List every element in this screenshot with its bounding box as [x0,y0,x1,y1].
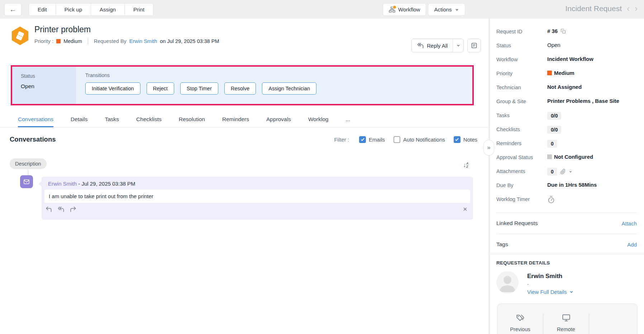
workflow-icon [389,6,395,13]
tab-more[interactable]: ... [345,111,350,127]
pickup-button[interactable]: Pick up [56,4,91,15]
requested-by-label: Requested By [94,38,127,44]
top-toolbar: ← Edit Pick up Assign Print Workflow Act… [0,0,644,19]
filter-auto-notifications[interactable]: Auto Notifications [393,136,445,143]
auto-notifications-checkbox[interactable] [393,136,400,143]
email-icon[interactable] [20,175,33,188]
attachments-count-badge[interactable]: 0 [547,168,557,176]
request-properties-sidebar: Request ID # 36 Status Open Workflow Inc… [490,19,644,334]
remote-connection-button[interactable]: Remote Connection [543,313,589,334]
reminders-label: Reminders [496,140,542,146]
view-full-details-link[interactable]: View Full Details [527,289,574,295]
priority-field-value: Medium [554,70,574,76]
status-value: Open [21,83,76,90]
requester-quick-actions: Previous Requests Remote Connection [497,304,638,334]
sidebar-divider [496,213,637,213]
linked-requests-label: Linked Requests [496,220,538,226]
request-title: Printer problem [34,25,91,34]
conversations-header: Conversations Filter : Emails Auto Notif… [0,131,488,148]
add-note-button[interactable] [467,39,481,52]
tab-details[interactable]: Details [71,111,87,127]
tab-resolution[interactable]: Resolution [179,111,205,127]
previous-requests-button[interactable]: Previous Requests [497,313,543,334]
tab-checklists[interactable]: Checklists [136,111,162,127]
avatar [496,271,519,294]
assign-technician-button[interactable]: Assign Technician [262,82,316,95]
attachments-chevron-icon[interactable] [569,170,572,173]
next-request-icon[interactable]: › [635,4,638,13]
incident-ticket-icon [11,26,29,46]
resolve-button[interactable]: Resolve [224,82,256,95]
actions-button-label: Actions [434,6,452,13]
back-button[interactable]: ← [4,3,22,16]
approval-status-label: Approval Status [496,154,542,160]
field-row-request-id: Request ID # 36 [496,28,637,42]
requester-link[interactable]: Erwin Smith [129,38,157,44]
actions-button[interactable]: Actions [428,3,465,16]
transitions-label: Transitions [85,72,472,78]
workflow-button[interactable]: Workflow [383,3,426,16]
workflow-button-label: Workflow [398,6,420,13]
field-row-priority: Priority Medium [496,70,637,84]
forward-icon[interactable] [70,206,77,213]
reply-all-icon [417,42,424,49]
request-id-label: Request ID [496,28,542,34]
notes-checkbox[interactable] [454,136,461,143]
tab-worklog[interactable]: Worklog [308,111,329,127]
previous-request-icon[interactable]: ‹ [627,4,630,13]
worklog-timer-label: Worklog Timer [496,196,542,202]
paperclip-icon[interactable] [560,169,566,175]
sidebar-section-divider [490,254,644,254]
reply-all-button[interactable]: Reply All [412,42,453,49]
request-meta: Priority : Medium Requested By Erwin Smi… [34,38,219,44]
field-row-checklists: Checklists 0/0 [496,126,637,140]
add-tag-link[interactable]: Add [627,242,637,248]
tasks-count-badge[interactable]: 0/0 [547,112,561,120]
workflow-field-label: Workflow [496,56,542,62]
filter-emails[interactable]: Emails [359,136,385,143]
workflow-field-value: Incident Workflow [547,56,593,62]
assign-button[interactable]: Assign [91,4,125,15]
conversation-sender-link[interactable]: Erwin Smith [48,181,77,187]
technician-field-label: Technician [496,84,542,90]
linked-requests-row: Linked Requests Attach [496,216,637,231]
reply-dropdown-button[interactable] [453,39,463,52]
sidebar-collapse-handle[interactable]: » [483,140,494,156]
group-site-label: Group & Site [496,98,542,104]
checklists-count-badge[interactable]: 0/0 [547,126,561,134]
print-button[interactable]: Print [125,4,153,15]
view-details-chevron-icon [569,290,574,294]
emails-checkbox-label: Emails [369,137,385,143]
emails-checkbox[interactable] [359,136,366,143]
status-field-label: Status [496,42,542,48]
priority-color-square [56,39,61,43]
reject-button[interactable]: Reject [147,82,174,95]
reminders-count-badge[interactable]: 0 [547,140,557,148]
request-main-panel: Printer problem Priority : Medium Reques… [0,19,488,334]
tab-conversations[interactable]: Conversations [18,111,53,127]
close-icon[interactable]: ✕ [463,206,467,213]
attach-link[interactable]: Attach [621,220,637,226]
copy-icon[interactable] [560,28,566,34]
status-label: Status [21,73,76,79]
stop-timer-button[interactable]: Stop Timer [180,82,218,95]
filter-notes[interactable]: Notes [454,136,477,143]
tags-label: Tags [496,241,508,248]
conversation-body: I am unable to take print out from the p… [44,190,470,203]
tab-approvals[interactable]: Approvals [266,111,291,127]
reply-all-small-icon[interactable] [57,206,65,213]
toolbar-button-group: Edit Pick up Assign Print [29,3,153,16]
conversation-footer: ✕ [42,203,473,213]
field-row-due-by: Due By Due in 1Hrs 58Mins [496,182,637,196]
stopwatch-icon[interactable] [547,196,555,204]
tab-reminders[interactable]: Reminders [222,111,249,127]
due-by-label: Due By [496,182,542,188]
field-row-status: Status Open [496,42,637,56]
tab-tasks[interactable]: Tasks [105,111,119,127]
previous-requests-icon [516,313,525,323]
checklists-label: Checklists [496,126,542,132]
edit-button[interactable]: Edit [29,4,56,15]
sort-button[interactable]: ↓ AZ [463,162,468,169]
initiate-verification-button[interactable]: Initiate Verification [85,82,140,95]
reply-icon[interactable] [45,206,52,213]
